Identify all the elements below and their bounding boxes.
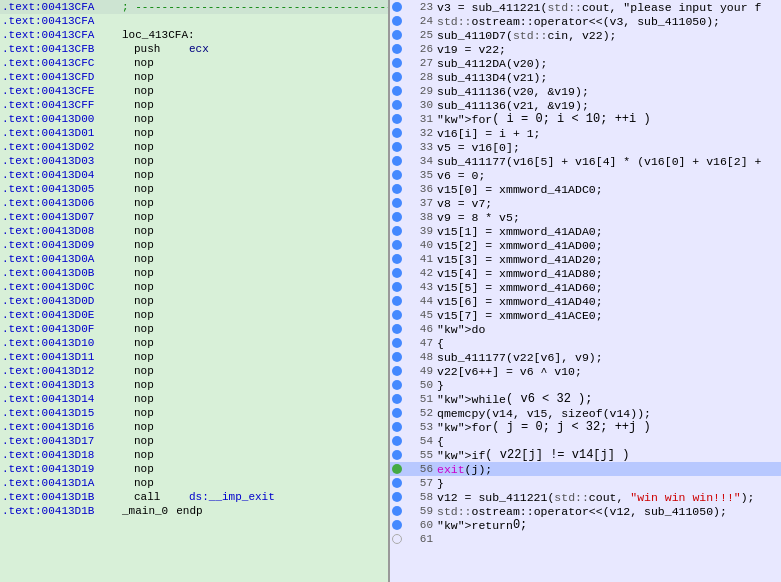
asm-row[interactable]: .text:00413D0Cnop [0,280,388,294]
code-row[interactable]: 48 sub_411177(v22[v6], v9); [390,350,781,364]
asm-row[interactable]: .text:00413D01nop [0,126,388,140]
decompiled-panel[interactable]: 23v3 = sub_411221(std::cout, "please inp… [390,0,781,582]
asm-row[interactable]: .text:00413CFCnop [0,56,388,70]
assembly-panel[interactable]: .text:00413CFA ; -----------------------… [0,0,390,582]
asm-row[interactable]: .text:00413D16nop [0,420,388,434]
code-row[interactable]: 24std::ostream::operator<<(v3, sub_41105… [390,14,781,28]
code-row[interactable]: 61 [390,532,781,546]
code-row[interactable]: 32 v16[i] = i + 1; [390,126,781,140]
asm-addr: .text:00413D00 [2,113,122,125]
asm-addr: .text:00413CFA [2,29,122,41]
asm-mnemonic: nop [134,295,189,307]
asm-row[interactable]: .text:00413D17nop [0,434,388,448]
asm-row[interactable]: .text:00413D12nop [0,364,388,378]
code-row[interactable]: 47{ [390,336,781,350]
asm-addr: .text:00413CFD [2,71,122,83]
asm-row[interactable]: .text:00413CFDnop [0,70,388,84]
asm-row[interactable]: .text:00413D15nop [0,406,388,420]
asm-row[interactable]: .text:00413D13nop [0,378,388,392]
line-number: 35 [405,169,433,181]
code-row[interactable]: 60"kw">return 0; [390,518,781,532]
code-row[interactable]: 54{ [390,434,781,448]
asm-mnemonic: nop [134,421,189,433]
code-text: v6 = 0; [437,169,485,182]
asm-row[interactable]: .text:00413CFA ; -----------------------… [0,0,388,14]
asm-row[interactable]: .text:00413CFA loc_413CFA: [0,28,388,42]
asm-addr: .text:00413D1B [2,505,122,517]
code-row[interactable]: 58v12 = sub_411221(std::cout, "win win w… [390,490,781,504]
asm-row[interactable]: .text:00413D02nop [0,140,388,154]
code-row[interactable]: 53"kw">for ( j = 0; j < 32; ++j ) [390,420,781,434]
asm-row[interactable]: .text:00413CFEnop [0,84,388,98]
asm-row[interactable]: .text:00413D1Bcallds:__imp_exit [0,490,388,504]
asm-row[interactable]: .text:00413CFBpushecx [0,42,388,56]
asm-row[interactable]: .text:00413D0Bnop [0,266,388,280]
code-row[interactable]: 40v15[2] = xmmword_41AD00; [390,238,781,252]
asm-mnemonic: nop [134,267,189,279]
code-text: v16[i] = i + 1; [437,127,541,140]
code-row[interactable]: 26v19 = v22; [390,42,781,56]
code-row[interactable]: 41v15[3] = xmmword_41AD20; [390,252,781,266]
asm-addr: .text:00413D0B [2,267,122,279]
code-row[interactable]: 37v8 = v7; [390,196,781,210]
asm-row[interactable]: .text:00413D18nop [0,448,388,462]
code-row[interactable]: 28sub_4113D4(v21); [390,70,781,84]
code-row[interactable]: 49 v22[v6++] = v6 ^ v10; [390,364,781,378]
code-row[interactable]: 29sub_411136(v20, &v19); [390,84,781,98]
code-row[interactable]: 25sub_4110D7(std::cin, v22); [390,28,781,42]
asm-row[interactable]: .text:00413CFA [0,14,388,28]
code-row[interactable]: 43v15[5] = xmmword_41AD60; [390,280,781,294]
code-row[interactable]: 50} [390,378,781,392]
asm-row[interactable]: .text:00413D05nop [0,182,388,196]
asm-row[interactable]: .text:00413D10nop [0,336,388,350]
asm-addr: .text:00413D10 [2,337,122,349]
code-text: std::ostream::operator<<(v3, sub_411050)… [437,15,720,28]
asm-row[interactable]: .text:00413D11nop [0,350,388,364]
asm-row[interactable]: .text:00413CFFnop [0,98,388,112]
code-row[interactable]: 23v3 = sub_411221(std::cout, "please inp… [390,0,781,14]
code-row[interactable]: 38v9 = 8 * v5; [390,210,781,224]
code-row[interactable]: 57} [390,476,781,490]
code-row[interactable]: 52qmemcpy(v14, v15, sizeof(v14)); [390,406,781,420]
code-text: v8 = v7; [437,197,492,210]
asm-row[interactable]: .text:00413D0Enop [0,308,388,322]
code-row[interactable]: 31"kw">for ( i = 0; i < 10; ++i ) [390,112,781,126]
asm-row[interactable]: .text:00413D0Fnop [0,322,388,336]
code-row[interactable]: 51"kw">while ( v6 < 32 ); [390,392,781,406]
asm-addr: .text:00413CFC [2,57,122,69]
code-row[interactable]: 56 exit(j); [390,462,781,476]
asm-row[interactable]: .text:00413D08nop [0,224,388,238]
code-row[interactable]: 30sub_411136(v21, &v19); [390,98,781,112]
line-number: 50 [405,379,433,391]
asm-row[interactable]: .text:00413D03nop [0,154,388,168]
code-row[interactable]: 39v15[1] = xmmword_41ADA0; [390,224,781,238]
line-number: 46 [405,323,433,335]
asm-row[interactable]: .text:00413D14nop [0,392,388,406]
asm-mnemonic: nop [134,113,189,125]
asm-mnemonic: nop [134,197,189,209]
code-row[interactable]: 36v15[0] = xmmword_41ADC0; [390,182,781,196]
asm-row[interactable]: .text:00413D04nop [0,168,388,182]
code-row[interactable]: 45v15[7] = xmmword_41ACE0; [390,308,781,322]
asm-addr: .text:00413D0A [2,253,122,265]
asm-row[interactable]: .text:00413D19nop [0,462,388,476]
asm-addr: .text:00413D1A [2,477,122,489]
code-row[interactable]: 27sub_4112DA(v20); [390,56,781,70]
code-row[interactable]: 34sub_411177(v16[5] + v16[4] * (v16[0] +… [390,154,781,168]
asm-row[interactable]: .text:00413D1B _main_0endp [0,504,388,518]
asm-row[interactable]: .text:00413D06nop [0,196,388,210]
asm-row[interactable]: .text:00413D0Anop [0,252,388,266]
code-row[interactable]: 46"kw">do [390,322,781,336]
asm-row[interactable]: .text:00413D1Anop [0,476,388,490]
code-row[interactable]: 59std::ostream::operator<<(v12, sub_4110… [390,504,781,518]
code-row[interactable]: 33v5 = v16[0]; [390,140,781,154]
code-row[interactable]: 35v6 = 0; [390,168,781,182]
asm-row[interactable]: .text:00413D00nop [0,112,388,126]
asm-row[interactable]: .text:00413D07nop [0,210,388,224]
asm-row[interactable]: .text:00413D0Dnop [0,294,388,308]
code-row[interactable]: 55 "kw">if ( v22[j] != v14[j] ) [390,448,781,462]
code-row[interactable]: 44v15[6] = xmmword_41AD40; [390,294,781,308]
asm-row[interactable]: .text:00413D09nop [0,238,388,252]
line-dot [392,212,402,222]
code-row[interactable]: 42v15[4] = xmmword_41AD80; [390,266,781,280]
